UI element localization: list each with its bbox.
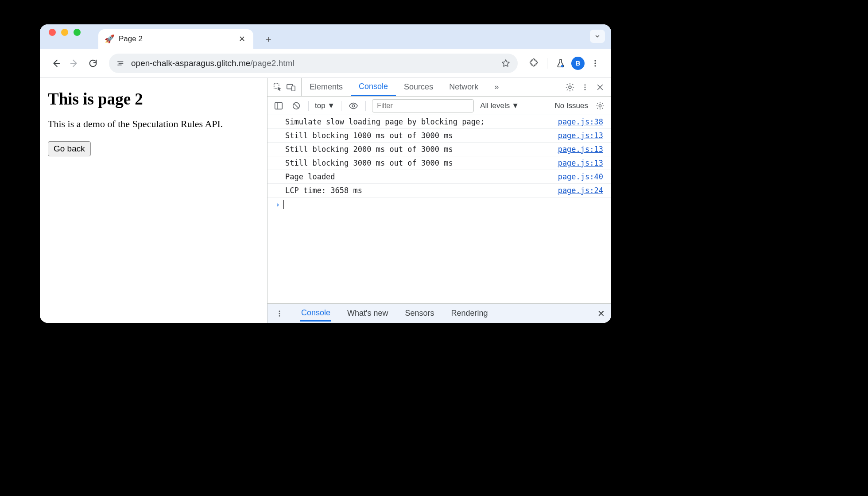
address-bar[interactable]: open-chalk-asparagus.glitch.me/page2.htm…: [109, 54, 518, 73]
clear-console-button[interactable]: [291, 100, 302, 112]
tab-strip: 🚀 Page 2 ✕ ＋: [40, 24, 611, 49]
svg-point-18: [279, 313, 280, 314]
puzzle-icon: [529, 58, 539, 68]
context-selector[interactable]: top ▼: [315, 101, 335, 110]
tab-favicon: 🚀: [105, 34, 114, 44]
log-source-link[interactable]: page.js:13: [558, 159, 603, 167]
arrow-right-icon: [70, 58, 79, 68]
page-viewport: This is page 2 This is a demo of the Spe…: [40, 78, 267, 323]
log-message: LCP time: 3658 ms: [285, 186, 362, 195]
devices-icon: [286, 82, 296, 92]
devtools-drawer: Console What's new Sensors Rendering ✕: [267, 303, 611, 323]
gear-icon: [596, 101, 604, 110]
divider: [308, 101, 309, 111]
tab-close-button[interactable]: ✕: [237, 32, 247, 46]
drawer-tab-sensors[interactable]: Sensors: [404, 306, 435, 321]
log-source-link[interactable]: page.js:13: [558, 145, 603, 154]
console-settings-button[interactable]: [594, 100, 606, 112]
svg-point-17: [279, 310, 280, 312]
log-source-link[interactable]: page.js:24: [558, 186, 603, 195]
new-tab-button[interactable]: ＋: [260, 31, 276, 47]
browser-menu-button[interactable]: [587, 55, 603, 71]
console-log-row: Simulate slow loading page by blocking p…: [267, 115, 611, 129]
labs-button[interactable]: [553, 55, 569, 71]
log-source-link[interactable]: page.js:13: [558, 131, 603, 140]
sidebar-icon: [274, 101, 283, 111]
toolbar: open-chalk-asparagus.glitch.me/page2.htm…: [40, 49, 611, 78]
console-prompt[interactable]: ›: [267, 198, 611, 212]
gear-icon: [565, 82, 575, 92]
drawer-tab-whatsnew[interactable]: What's new: [346, 306, 389, 321]
eye-icon: [349, 101, 358, 111]
maximize-window-button[interactable]: [74, 29, 81, 36]
svg-point-1: [117, 64, 119, 66]
log-message: Still blocking 2000 ms out of 3000 ms: [285, 145, 453, 154]
svg-point-12: [585, 89, 586, 90]
divider: [365, 101, 366, 111]
go-back-button[interactable]: Go back: [48, 141, 91, 156]
minimize-window-button[interactable]: [61, 29, 68, 36]
svg-point-2: [561, 65, 564, 67]
console-log-row: Still blocking 3000 ms out of 3000 mspag…: [267, 156, 611, 170]
divider: [341, 101, 341, 111]
toggle-sidebar-button[interactable]: [273, 100, 284, 112]
log-levels-selector[interactable]: All levels ▼: [480, 101, 519, 110]
devtools-tabs: Elements Console Sources Network »: [267, 78, 611, 97]
chevron-right-icon: ›: [275, 200, 280, 209]
tab-sources[interactable]: Sources: [396, 78, 441, 96]
devtools-inspect-group: [267, 78, 302, 96]
arrow-left-icon: [51, 58, 61, 68]
tab-console[interactable]: Console: [351, 78, 396, 96]
drawer-close-button[interactable]: ✕: [597, 308, 605, 319]
issues-button[interactable]: No Issues: [554, 101, 588, 110]
svg-point-0: [117, 61, 119, 62]
extensions-button[interactable]: [526, 55, 542, 71]
site-settings-icon[interactable]: [116, 58, 126, 68]
kebab-icon: [275, 310, 283, 318]
device-toggle-button[interactable]: [285, 81, 297, 93]
console-log-row: LCP time: 3658 mspage.js:24: [267, 184, 611, 198]
kebab-icon: [581, 83, 589, 91]
devtools-menu-button[interactable]: [579, 81, 591, 93]
svg-point-16: [599, 105, 601, 107]
forward-button[interactable]: [66, 55, 82, 71]
cursor: [283, 200, 284, 209]
tab-network[interactable]: Network: [441, 78, 486, 96]
console-output: Simulate slow loading page by blocking p…: [267, 115, 611, 303]
live-expression-button[interactable]: [348, 100, 359, 112]
log-levels-label: All levels: [480, 101, 510, 110]
bookmark-button[interactable]: [501, 58, 511, 68]
window-controls: [49, 24, 98, 49]
no-entry-icon: [291, 101, 301, 111]
console-filter-input[interactable]: [372, 99, 474, 112]
svg-point-15: [352, 105, 355, 107]
tab-title: Page 2: [119, 35, 143, 43]
browser-tab[interactable]: 🚀 Page 2 ✕: [98, 29, 253, 49]
page-text: This is a demo of the Speculation Rules …: [48, 118, 259, 130]
reload-button[interactable]: [85, 55, 101, 71]
star-icon: [501, 58, 511, 68]
svg-point-5: [594, 65, 596, 66]
drawer-tab-rendering[interactable]: Rendering: [450, 306, 489, 321]
svg-point-3: [594, 60, 596, 61]
url-text: open-chalk-asparagus.glitch.me/page2.htm…: [131, 58, 294, 68]
log-source-link[interactable]: page.js:40: [558, 172, 603, 181]
inspect-element-button[interactable]: [272, 81, 283, 93]
profile-avatar[interactable]: B: [571, 57, 585, 70]
console-log-row: Page loadedpage.js:40: [267, 170, 611, 184]
log-source-link[interactable]: page.js:38: [558, 117, 603, 126]
log-message: Page loaded: [285, 172, 335, 181]
drawer-tab-console[interactable]: Console: [300, 306, 331, 322]
inspect-icon: [273, 82, 283, 92]
drawer-menu-button[interactable]: [274, 308, 285, 319]
devtools-close-button[interactable]: [594, 81, 606, 93]
devtools-settings-button[interactable]: [564, 81, 576, 93]
svg-rect-8: [292, 86, 295, 91]
close-window-button[interactable]: [49, 29, 56, 36]
tab-elements[interactable]: Elements: [302, 78, 351, 96]
tabs-overflow-button[interactable]: »: [486, 78, 507, 96]
log-message: Simulate slow loading page by blocking p…: [285, 117, 484, 126]
divider: [547, 58, 547, 69]
back-button[interactable]: [48, 55, 64, 71]
tabs-dropdown-button[interactable]: [590, 30, 605, 43]
